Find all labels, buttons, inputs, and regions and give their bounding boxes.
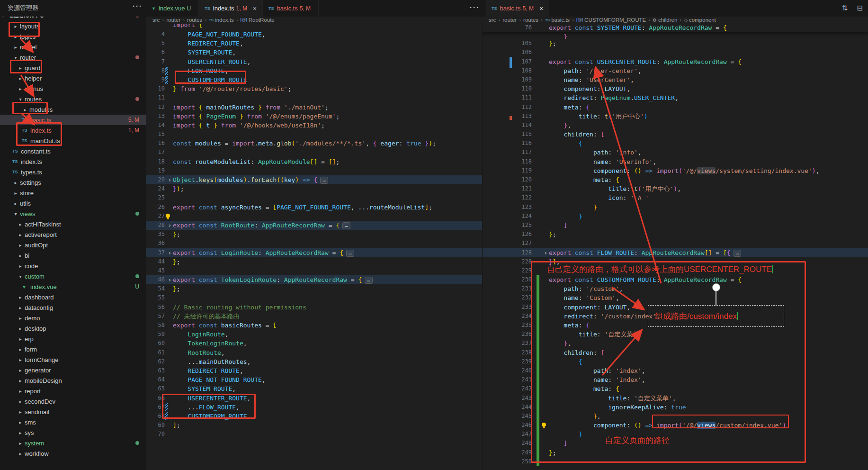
- editor-layout-icon[interactable]: ⊟: [855, 3, 865, 13]
- tree-folder-erp[interactable]: ▸erp: [0, 334, 146, 344]
- code-line-11[interactable]: 11: [146, 93, 482, 102]
- code-line-237[interactable]: 237 },: [483, 339, 868, 348]
- code-line-67[interactable]: 67 ...FLOW_ROUTE,: [146, 403, 482, 412]
- explorer-more-icon[interactable]: ···: [133, 2, 143, 10]
- tree-folder-store[interactable]: ▸store: [0, 188, 146, 198]
- editor-index-ts[interactable]: import {4 PAGE_NOT_FOUND_ROUTE,5 REDIREC…: [146, 23, 482, 470]
- fold-ellipsis[interactable]: …: [734, 250, 742, 257]
- code-line-63[interactable]: 63 REDIRECT_ROUTE,: [146, 366, 482, 375]
- tree-folder-routes[interactable]: ▾routes: [0, 94, 146, 104]
- tree-file-types.ts[interactable]: TStypes.ts: [0, 167, 146, 177]
- lightbulb-icon[interactable]: [166, 214, 170, 218]
- tree-folder-modules[interactable]: ▸modules: [0, 104, 146, 115]
- code-line-110[interactable]: 110 component: LAYOUT,: [483, 84, 868, 93]
- tree-folder-formChange[interactable]: ▸formChange: [0, 354, 146, 365]
- code-line-248[interactable]: 248 ]: [483, 439, 868, 448]
- fold-ellipsis[interactable]: …: [342, 222, 350, 229]
- breadcrumb-item-RootRoute[interactable]: [@]RootRoute: [241, 17, 275, 23]
- code-line-54[interactable]: 54};: [146, 284, 482, 293]
- tree-folder-report[interactable]: ▸report: [0, 386, 146, 396]
- code-line-236[interactable]: 236 title: '自定义菜单': [483, 330, 868, 339]
- tree-folder-generator[interactable]: ▸generator: [0, 365, 146, 375]
- tree-folder-actHiTaskinst[interactable]: ▸actHiTaskinst: [0, 219, 146, 229]
- code-line-9[interactable]: 9 CUSTOMFORM_ROUTE: [146, 75, 482, 84]
- code-line-25[interactable]: 25: [146, 193, 482, 202]
- code-line-45[interactable]: 45: [146, 266, 482, 275]
- code-line-246[interactable]: 246 component: () => import('/@/views/cu…: [483, 421, 868, 430]
- code-line-245[interactable]: 245 },: [483, 412, 868, 421]
- code-line-107[interactable]: 107export const USERCENTER_ROUTE: AppRou…: [483, 57, 868, 66]
- code-line-106[interactable]: 106: [483, 48, 868, 57]
- tree-folder-dataconfig[interactable]: ▸dataconfig: [0, 302, 146, 313]
- tab-basic-ts-right[interactable]: TS basic.ts 5, M ×: [486, 0, 549, 17]
- code-line-114[interactable]: 114 },: [483, 121, 868, 130]
- rotation-handle[interactable]: [712, 283, 720, 291]
- code-line-119[interactable]: 119 component: () => import('/@/views/sy…: [483, 166, 868, 175]
- code-line-28[interactable]: 28export const RootRoute: AppRouteRecord…: [146, 221, 482, 230]
- breadcrumb-item-CUSTOMFORM_ROUTE[interactable]: [@]CUSTOMFORM_ROUTE: [576, 17, 646, 23]
- close-icon[interactable]: ×: [538, 5, 544, 12]
- lightbulb-icon[interactable]: [542, 423, 546, 427]
- tree-folder-views[interactable]: ▾views: [0, 208, 146, 219]
- editor-basic-ts[interactable]: 76export const SYSTEM_ROUTE: AppRouteRec…: [482, 23, 868, 470]
- code-line-113[interactable]: 113 title: t('用户中心'): [483, 112, 868, 121]
- code-line-128[interactable]: 128export const FLOW_ROUTE: AppRouteReco…: [483, 248, 868, 257]
- tree-file-basic.ts[interactable]: TSbasic.ts5, M: [0, 115, 146, 125]
- code-line-16[interactable]: 16const modules = import.meta.glob('./mo…: [146, 139, 482, 148]
- tab-index-ts[interactable]: TS index.ts 1, M ×: [199, 0, 263, 17]
- code-line-58[interactable]: 58export const basicRoutes = [: [146, 321, 482, 330]
- code-line-230[interactable]: 230export const CUSTOMFORM_ROUTE: AppRou…: [483, 275, 868, 284]
- tree-folder-activereport[interactable]: ▸activereport: [0, 229, 146, 240]
- tree-folder-dashboard[interactable]: ▸dashboard: [0, 292, 146, 302]
- code-line-124[interactable]: 124 }: [483, 212, 868, 221]
- code-line-37[interactable]: 37export const LoginRoute: AppRouteRecor…: [146, 248, 482, 257]
- code-line-19[interactable]: 19: [146, 166, 482, 175]
- sticky-scroll-line[interactable]: 76export const SYSTEM_ROUTE: AppRouteRec…: [483, 23, 868, 32]
- tree-folder-demo[interactable]: ▸demo: [0, 313, 146, 323]
- code-line-64[interactable]: 64 PAGE_NOT_FOUND_ROUTE,: [146, 375, 482, 384]
- code-line-35[interactable]: 35};: [146, 230, 482, 239]
- code-line-121[interactable]: 121 title: t('用户中心'),: [483, 184, 868, 193]
- breadcrumb-item-router[interactable]: router: [166, 17, 180, 23]
- code-line-8[interactable]: 8 FLOW_ROUTE,: [146, 66, 482, 75]
- code-line-232[interactable]: 232 name: 'Custom',: [483, 293, 868, 302]
- code-line-27[interactable]: 27: [146, 212, 482, 221]
- code-line-112[interactable]: 112 meta: {: [483, 103, 868, 112]
- code-line-17[interactable]: 17: [146, 148, 482, 157]
- tree-folder-bi[interactable]: ▸bi: [0, 250, 146, 261]
- code-line-70[interactable]: 70: [146, 430, 482, 439]
- tab-index-vue[interactable]: ▼ index.vue U: [146, 0, 199, 17]
- code-line-36[interactable]: 36: [146, 239, 482, 248]
- breadcrumb-item-routes[interactable]: routes: [187, 17, 202, 23]
- tree-folder-form[interactable]: ▸form: [0, 344, 146, 354]
- code-line-241[interactable]: 241 name: 'Index',: [483, 375, 868, 384]
- code-line-65[interactable]: 65 SYSTEM_ROUTE,: [146, 384, 482, 393]
- tree-folder-sendmail[interactable]: ▸sendmail: [0, 407, 146, 417]
- code-line-24[interactable]: 24});: [146, 184, 482, 193]
- code-line-12[interactable]: 12import { mainOutRoutes } from './mainO…: [146, 103, 482, 112]
- breadcrumb-item-router[interactable]: router: [502, 17, 517, 23]
- tree-folder-guard[interactable]: ▸guard: [0, 63, 146, 73]
- breadcrumb-item-component[interactable]: ◇component: [684, 17, 716, 23]
- code-line-14[interactable]: 14import { t } from '/@/hooks/web/useI18…: [146, 121, 482, 130]
- code-line-250[interactable]: 250: [483, 457, 868, 466]
- code-line-18[interactable]: 18const routeModuleList: AppRouteModule[…: [146, 157, 482, 166]
- code-line-59[interactable]: 59 LoginRoute,: [146, 330, 482, 339]
- breadcrumb-item-children[interactable]: ⚙children: [653, 17, 677, 23]
- code-line-105[interactable]: 105};: [483, 39, 868, 48]
- tree-folder-helper[interactable]: ▸helper: [0, 73, 146, 83]
- code-line-249[interactable]: 249};: [483, 448, 868, 457]
- tree-folder-utils[interactable]: ▸utils: [0, 198, 146, 208]
- code-line-108[interactable]: 108 path: '/user-center',: [483, 66, 868, 75]
- code-line-44[interactable]: 44};: [146, 257, 482, 266]
- code-line-62[interactable]: 62 ...mainOutRoutes,: [146, 357, 482, 366]
- code-line-68[interactable]: 68 CUSTOMFORM_ROUTE: [146, 412, 482, 421]
- tree-folder-auditOpt[interactable]: ▸auditOpt: [0, 240, 146, 250]
- code-line-55[interactable]: 55: [146, 293, 482, 302]
- more-tabs-icon[interactable]: ···: [470, 3, 480, 11]
- fold-ellipsis[interactable]: …: [320, 177, 328, 184]
- code-line-56[interactable]: 56// Basic routing without permissions: [146, 303, 482, 312]
- code-line-125[interactable]: 125 ]: [483, 221, 868, 230]
- code-line-5[interactable]: 5 REDIRECT_ROUTE,: [146, 39, 482, 48]
- tree-file-index.ts[interactable]: TSindex.ts: [0, 156, 146, 167]
